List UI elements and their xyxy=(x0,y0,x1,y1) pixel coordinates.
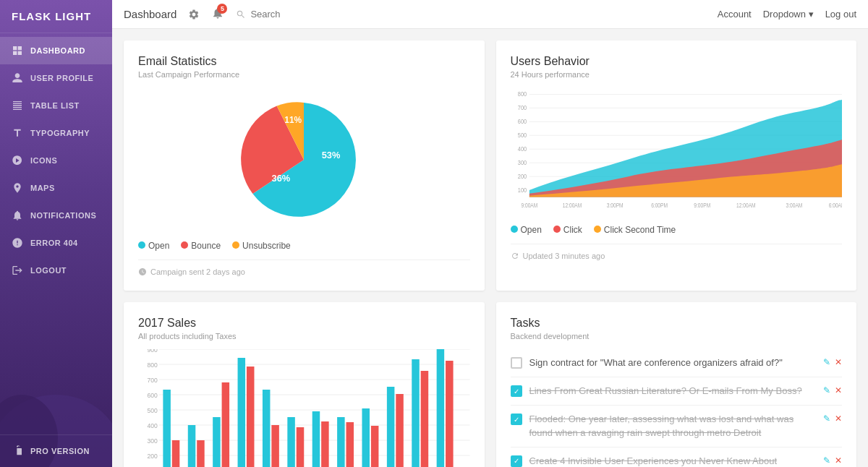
account-link[interactable]: Account xyxy=(718,9,752,20)
svg-rect-60 xyxy=(346,422,354,467)
task-checkbox-1[interactable] xyxy=(511,357,522,369)
svg-text:400: 400 xyxy=(147,422,157,429)
header: Dashboard 5 Account Dropdown ▾ Log out xyxy=(112,0,868,29)
search-input[interactable] xyxy=(250,9,337,20)
settings-button[interactable] xyxy=(185,7,203,22)
svg-rect-65 xyxy=(412,359,420,467)
sidebar-item-logout[interactable]: Logout xyxy=(0,257,112,284)
svg-text:3:00AM: 3:00AM xyxy=(786,202,802,209)
dashboard-icon xyxy=(12,45,23,56)
sidebar-item-user-profile[interactable]: User Profile xyxy=(0,64,112,92)
svg-text:600: 600 xyxy=(517,117,527,125)
task-4-actions: ✎ ✕ xyxy=(823,455,842,466)
sidebar: FLASK LIGHT Dashboard User Profile Table… xyxy=(0,0,112,467)
sidebar-nav: Dashboard User Profile Table List Typogr… xyxy=(0,33,112,434)
svg-text:53%: 53% xyxy=(322,150,341,160)
tasks-subtitle: Backend development xyxy=(511,332,843,340)
task-text-3: Flooded: One year later, assessing what … xyxy=(529,413,817,439)
header-right: Account Dropdown ▾ Log out xyxy=(718,9,856,20)
email-stats-title: Email Statistics xyxy=(138,55,470,68)
task-2-edit[interactable]: ✎ xyxy=(823,385,830,395)
email-stats-card: Email Statistics Last Campaign Performan… xyxy=(124,40,485,291)
task-item: Sign contract for "What are conference o… xyxy=(511,349,843,377)
task-2-actions: ✎ ✕ xyxy=(823,385,842,395)
task-4-edit[interactable]: ✎ xyxy=(823,455,830,466)
dropdown-link[interactable]: Dropdown ▾ xyxy=(763,9,814,20)
svg-text:9:00AM: 9:00AM xyxy=(521,202,537,209)
svg-rect-67 xyxy=(437,349,445,467)
logout-link[interactable]: Log out xyxy=(825,9,856,20)
sidebar-item-icons[interactable]: Icons xyxy=(0,147,112,174)
task-3-edit[interactable]: ✎ xyxy=(823,414,830,424)
svg-text:500: 500 xyxy=(147,407,157,414)
bell-icon xyxy=(12,210,23,221)
search-container xyxy=(236,9,337,20)
task-checkbox-2[interactable]: ✓ xyxy=(511,385,522,397)
users-behavior-card: Users Behavior 24 Hours performance 800 … xyxy=(496,40,857,291)
svg-rect-48 xyxy=(197,440,205,467)
svg-rect-57 xyxy=(312,411,320,467)
svg-text:500: 500 xyxy=(517,131,527,139)
refresh-icon xyxy=(511,252,519,260)
users-behavior-footer: Updated 3 minutes ago xyxy=(511,244,843,260)
area-chart: 800 700 600 500 400 300 200 100 9:00AM xyxy=(511,87,843,218)
sidebar-item-table-list[interactable]: Table List xyxy=(0,92,112,119)
svg-text:800: 800 xyxy=(147,361,157,369)
sidebar-item-dashboard[interactable]: Dashboard xyxy=(0,37,112,64)
notification-button[interactable]: 5 xyxy=(211,7,224,22)
sales-card: 2017 Sales All products including Taxes … xyxy=(124,302,485,467)
sales-title: 2017 Sales xyxy=(138,317,470,330)
page-title: Dashboard xyxy=(124,8,176,20)
svg-text:900: 900 xyxy=(147,349,157,354)
task-4-delete[interactable]: ✕ xyxy=(835,455,842,466)
bar-chart: 900 800 700 600 500 400 300 200 100 xyxy=(138,349,470,467)
svg-text:9:00PM: 9:00PM xyxy=(694,202,710,209)
svg-rect-68 xyxy=(446,361,454,467)
svg-text:3:00PM: 3:00PM xyxy=(606,202,623,209)
sidebar-item-error404[interactable]: Error 404 xyxy=(0,229,112,257)
svg-rect-59 xyxy=(337,417,345,467)
task-checkbox-4[interactable]: ✓ xyxy=(511,455,522,467)
pro-version-button[interactable]: Pro Version xyxy=(0,434,112,467)
svg-text:700: 700 xyxy=(517,103,527,111)
pro-icon xyxy=(12,445,23,457)
svg-rect-55 xyxy=(287,417,295,467)
svg-text:300: 300 xyxy=(517,158,527,166)
svg-text:700: 700 xyxy=(147,377,157,384)
svg-rect-58 xyxy=(321,421,329,467)
svg-rect-50 xyxy=(222,382,230,467)
svg-text:12:00AM: 12:00AM xyxy=(736,202,756,209)
sidebar-item-notifications[interactable]: Notifications xyxy=(0,202,112,229)
task-item: ✓ Create 4 Invisible User Experiences yo… xyxy=(511,447,843,467)
task-2-delete[interactable]: ✕ xyxy=(835,385,842,395)
svg-rect-61 xyxy=(362,408,370,467)
task-1-edit[interactable]: ✎ xyxy=(823,357,830,367)
task-1-delete[interactable]: ✕ xyxy=(835,357,842,367)
area-chart-legend: Open Click Click Second Time xyxy=(511,225,843,235)
svg-rect-45 xyxy=(163,390,171,467)
svg-text:400: 400 xyxy=(517,145,527,153)
users-behavior-title: Users Behavior xyxy=(511,55,843,68)
sidebar-item-typography[interactable]: Typography xyxy=(0,119,112,147)
svg-rect-64 xyxy=(396,394,404,467)
svg-rect-52 xyxy=(247,367,255,467)
svg-text:800: 800 xyxy=(517,90,527,98)
map-icon xyxy=(12,182,23,194)
task-3-delete[interactable]: ✕ xyxy=(835,414,842,424)
task-checkbox-3[interactable]: ✓ xyxy=(511,414,522,425)
svg-text:200: 200 xyxy=(147,453,157,460)
tasks-title: Tasks xyxy=(511,317,843,330)
task-text-4: Create 4 Invisible User Experiences you … xyxy=(529,455,817,467)
svg-text:12:00AM: 12:00AM xyxy=(562,202,582,209)
svg-text:36%: 36% xyxy=(272,173,291,184)
sales-subtitle: All products including Taxes xyxy=(138,332,470,340)
svg-text:200: 200 xyxy=(517,172,527,180)
task-text-2: Lines From Great Russian Literature? Or … xyxy=(529,385,817,398)
sidebar-item-maps[interactable]: Maps xyxy=(0,174,112,202)
email-stats-subtitle: Last Campaign Performance xyxy=(138,70,470,79)
app-logo: FLASK LIGHT xyxy=(0,0,112,33)
task-text-1: Sign contract for "What are conference o… xyxy=(529,356,817,369)
svg-rect-62 xyxy=(371,426,379,467)
svg-text:6:00PM: 6:00PM xyxy=(651,202,668,209)
user-icon xyxy=(12,72,23,84)
